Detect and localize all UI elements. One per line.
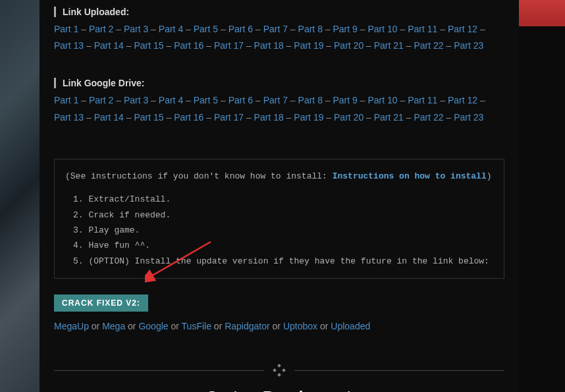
- part-link[interactable]: Part 2: [89, 95, 113, 105]
- separator: –: [404, 40, 414, 51]
- part-link[interactable]: Part 23: [454, 40, 483, 51]
- separator: –: [203, 112, 214, 123]
- part-link[interactable]: Part 13: [54, 40, 84, 51]
- part-link[interactable]: Part 16: [174, 40, 203, 51]
- separator: –: [288, 24, 298, 34]
- part-link[interactable]: Part 7: [263, 95, 288, 105]
- crack-mirror-link[interactable]: TusFile: [182, 321, 211, 331]
- part-link[interactable]: Part 18: [254, 40, 284, 51]
- part-link[interactable]: Part 14: [94, 40, 124, 51]
- main-content: Link Uploaded: Part 1 – Part 2 – Part 3 …: [40, 0, 519, 392]
- part-link[interactable]: Part 21: [374, 40, 404, 51]
- crack-mirror-link[interactable]: MegaUp: [54, 321, 89, 331]
- separator: –: [183, 95, 194, 105]
- part-link[interactable]: Part 13: [54, 112, 84, 123]
- background-left-image: [0, 0, 40, 392]
- separator: –: [78, 24, 89, 34]
- or-separator: or: [270, 321, 283, 331]
- part-link[interactable]: Part 20: [334, 112, 363, 123]
- part-link[interactable]: Part 3: [124, 24, 148, 34]
- part-link[interactable]: Part 19: [294, 40, 323, 51]
- part-link[interactable]: Part 14: [94, 112, 124, 123]
- instructions-link[interactable]: Instructions on how to install: [333, 171, 487, 181]
- part-link[interactable]: Part 22: [414, 112, 443, 123]
- part-link[interactable]: Part 12: [448, 95, 477, 105]
- separator: –: [203, 40, 214, 51]
- separator: –: [363, 112, 374, 123]
- instruction-step: Extract/Install.: [69, 192, 493, 207]
- part-link[interactable]: Part 1: [54, 24, 78, 34]
- separator: –: [437, 95, 448, 105]
- crack-fixed-badge: CRACK FIXED V2:: [54, 294, 148, 312]
- separator: –: [124, 40, 134, 51]
- instruction-step: Have fun ^^.: [69, 238, 493, 253]
- separator: –: [477, 24, 485, 34]
- part-link[interactable]: Part 6: [229, 24, 253, 34]
- or-separator: or: [211, 321, 225, 331]
- instructions-box: (See instructions if you don't know how …: [54, 159, 504, 279]
- separator: –: [444, 112, 454, 123]
- part-link[interactable]: Part 19: [294, 112, 323, 123]
- part-link[interactable]: Part 16: [174, 112, 203, 123]
- separator: –: [148, 24, 159, 34]
- part-link[interactable]: Part 10: [367, 24, 397, 34]
- part-link[interactable]: Part 20: [334, 40, 363, 51]
- part-link[interactable]: Part 23: [454, 112, 483, 123]
- part-link[interactable]: Part 12: [448, 24, 477, 34]
- crack-mirror-link[interactable]: Mega: [102, 321, 125, 331]
- part-link[interactable]: Part 15: [134, 40, 163, 51]
- part-link[interactable]: Part 10: [367, 95, 397, 105]
- instruction-step: Crack if needed.: [69, 208, 493, 223]
- part-link[interactable]: Part 18: [254, 112, 284, 123]
- separator: –: [288, 95, 298, 105]
- part-link[interactable]: Part 22: [414, 40, 443, 51]
- part-link[interactable]: Part 9: [333, 95, 358, 105]
- part-link[interactable]: Part 4: [159, 95, 183, 105]
- background-right-image: [519, 0, 565, 26]
- separator: –: [398, 95, 408, 105]
- part-link[interactable]: Part 11: [408, 24, 437, 34]
- separator: –: [124, 112, 134, 123]
- part-link[interactable]: Part 8: [298, 24, 323, 34]
- separator: –: [477, 95, 485, 105]
- instructions-list: Extract/Install. Crack if needed. Play g…: [69, 192, 493, 269]
- divider-line-left: [54, 370, 264, 371]
- part-link[interactable]: Part 2: [89, 24, 113, 34]
- separator: –: [284, 40, 294, 51]
- system-requirement-heading: System Requirement: [54, 388, 504, 392]
- separator: –: [78, 95, 89, 105]
- part-link[interactable]: Part 5: [194, 24, 218, 34]
- part-link[interactable]: Part 17: [214, 40, 244, 51]
- part-link[interactable]: Part 7: [263, 24, 288, 34]
- separator: –: [323, 95, 333, 105]
- separator: –: [253, 24, 263, 34]
- part-link[interactable]: Part 3: [124, 95, 148, 105]
- part-link[interactable]: Part 1: [54, 95, 78, 105]
- crack-mirror-link[interactable]: Uptobox: [283, 321, 317, 331]
- part-link[interactable]: Part 11: [408, 95, 437, 105]
- separator: –: [323, 40, 334, 51]
- instructions-prefix: (See instructions if you don't know how …: [65, 171, 333, 181]
- separator: –: [404, 112, 414, 123]
- link-gdrive-header: Link Google Drive:: [54, 78, 504, 88]
- separator: –: [183, 24, 194, 34]
- separator: –: [253, 95, 263, 105]
- separator: –: [113, 24, 124, 34]
- crack-mirror-link[interactable]: Rapidgator: [225, 321, 270, 331]
- or-separator: or: [317, 321, 331, 331]
- separator: –: [358, 95, 368, 105]
- part-link[interactable]: Part 6: [229, 95, 253, 105]
- part-link[interactable]: Part 21: [374, 112, 404, 123]
- part-link[interactable]: Part 8: [298, 95, 323, 105]
- crack-mirror-link[interactable]: Google: [138, 321, 168, 331]
- part-link[interactable]: Part 4: [159, 24, 183, 34]
- part-link[interactable]: Part 17: [214, 112, 244, 123]
- part-link[interactable]: Part 9: [333, 24, 358, 34]
- part-link[interactable]: Part 5: [194, 95, 218, 105]
- instructions-intro: (See instructions if you don't know how …: [65, 169, 493, 184]
- link-uploaded-header: Link Uploaded:: [54, 7, 504, 17]
- link-gdrive-links: Part 1 – Part 2 – Part 3 – Part 4 – Part…: [54, 92, 504, 125]
- separator: –: [363, 40, 374, 51]
- part-link[interactable]: Part 15: [134, 112, 163, 123]
- crack-mirror-link[interactable]: Uploaded: [331, 321, 370, 331]
